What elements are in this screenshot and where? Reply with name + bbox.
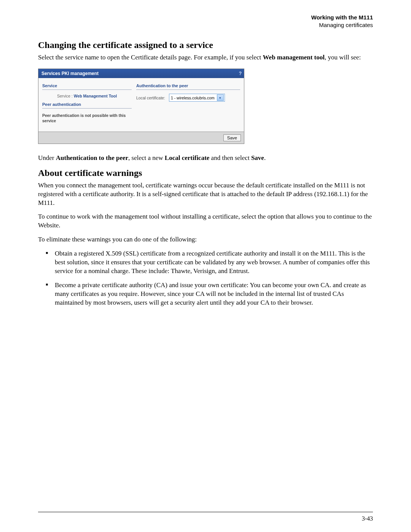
paragraph-warn-2: To continue to work with the management … xyxy=(38,212,373,230)
service-panel-header: Service xyxy=(42,83,132,90)
chevron-down-icon: ▾ xyxy=(217,94,224,101)
page-number: 3-43 xyxy=(362,515,373,522)
header-chapter: Working with the M111 xyxy=(38,14,373,21)
heading-about-warnings: About certificate warnings xyxy=(38,168,373,178)
pki-screenshot: Services PKI management ? Service Servic… xyxy=(38,69,373,144)
paragraph-intro: Select the service name to open the Cert… xyxy=(38,53,373,62)
local-cert-label: Local certificate: xyxy=(136,96,165,100)
local-cert-value: 1 - wireless.colubris.com xyxy=(171,96,217,100)
save-button[interactable]: Save xyxy=(223,134,241,141)
list-item: Become a private certificate authority (… xyxy=(55,281,373,307)
paragraph-under: Under Authentication to the peer, select… xyxy=(38,154,373,163)
paragraph-warn-3: To eliminate these warnings you can do o… xyxy=(38,235,373,244)
peer-auth-header: Peer authentication xyxy=(42,102,132,109)
pki-titlebar: Services PKI management ? xyxy=(38,69,244,78)
peer-auth-message: Peer authentication is not possible with… xyxy=(42,112,132,127)
heading-changing-certificate: Changing the certificate assigned to a s… xyxy=(38,40,373,50)
pki-title-text: Services PKI management xyxy=(41,71,99,76)
paragraph-warn-1: When you connect the management tool, ce… xyxy=(38,181,373,208)
header-section: Managing certificates xyxy=(38,21,373,29)
service-label: Service : xyxy=(57,94,73,98)
auth-panel-header: Authentication to the peer xyxy=(136,83,240,90)
footer-rule xyxy=(38,512,373,512)
list-item: Obtain a registered X.509 (SSL) certific… xyxy=(55,249,373,276)
bullet-list: Obtain a registered X.509 (SSL) certific… xyxy=(38,249,373,307)
service-name: Web Management Tool xyxy=(74,94,117,98)
help-icon[interactable]: ? xyxy=(239,71,242,76)
local-cert-select[interactable]: 1 - wireless.colubris.com ▾ xyxy=(169,94,225,102)
